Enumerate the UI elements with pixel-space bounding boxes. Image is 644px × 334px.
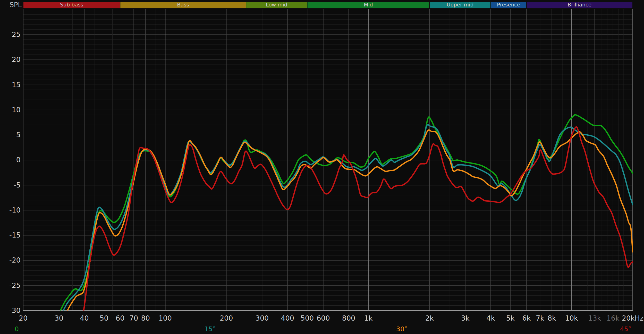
y-label--20: -20 [9, 256, 21, 264]
x-tick-2k: 2k [425, 314, 434, 322]
band-label-presence: Presence [497, 2, 520, 8]
x-tick-200: 200 [220, 314, 233, 322]
y-axis-title: SPL [10, 1, 22, 9]
x-tick-70: 70 [129, 314, 138, 322]
legend-item-45deg: 45° [620, 325, 631, 333]
x-tick-300: 300 [256, 314, 269, 322]
legend-item-30deg: 30° [396, 325, 408, 333]
x-tick-800: 800 [342, 314, 355, 322]
y-label-10: 10 [12, 106, 21, 114]
x-tick-30: 30 [55, 314, 63, 322]
x-tick-4k: 4k [486, 314, 495, 322]
x-tick-20kHz: 20kHz [622, 314, 643, 322]
legend-item-0deg: 0 [15, 325, 19, 333]
y-label-0: 0 [16, 156, 21, 164]
band-label-low-mid: Low mid [266, 2, 287, 8]
spl-frequency-response-chart: Sub bassBassLow midMidUpper midPresenceB… [0, 0, 644, 334]
chart-canvas: Sub bassBassLow midMidUpper midPresenceB… [0, 0, 644, 334]
band-label-bass: Bass [177, 2, 189, 8]
y-label-15: 15 [12, 81, 21, 89]
x-tick-1k: 1k [364, 314, 373, 322]
legend: 0 15° 30° 45° [15, 325, 631, 333]
x-tick-8k: 8k [548, 314, 556, 322]
x-tick-10k: 10k [565, 314, 578, 322]
y-label--5: -5 [14, 181, 21, 189]
x-tick-3k: 3k [461, 314, 470, 322]
y-label--30: -30 [9, 306, 21, 314]
band-label-upper-mid: Upper mid [447, 2, 474, 8]
x-tick-500: 500 [301, 314, 314, 322]
y-label-20: 20 [12, 55, 21, 63]
y-label--25: -25 [9, 281, 21, 289]
x-tick-60: 60 [116, 314, 124, 322]
x-tick-6k: 6k [522, 314, 531, 322]
x-tick-40: 40 [80, 314, 89, 322]
x-tick-600: 600 [317, 314, 330, 322]
x-tick-50: 50 [100, 314, 108, 322]
legend-item-15deg: 15° [204, 325, 216, 333]
x-tick-16k: 16k [607, 314, 620, 322]
y-label--10: -10 [9, 206, 21, 214]
band-label-brilliance: Brilliance [568, 2, 591, 8]
x-tick-7k: 7k [536, 314, 544, 322]
x-tick-400: 400 [281, 314, 294, 322]
y-label-5: 5 [16, 131, 21, 139]
band-label-mid: Mid [364, 2, 373, 8]
x-tick-80: 80 [141, 314, 150, 322]
y-label-25: 25 [12, 30, 21, 38]
x-tick-20: 20 [19, 314, 28, 322]
x-tick-13k: 13k [588, 314, 601, 322]
x-tick-100: 100 [158, 314, 172, 322]
x-tick-5k: 5k [506, 314, 515, 322]
frequency-band-strip: Sub bassBassLow midMidUpper midPresenceB… [23, 2, 632, 8]
y-label--15: -15 [9, 231, 21, 239]
band-label-sub-bass: Sub bass [60, 2, 83, 8]
